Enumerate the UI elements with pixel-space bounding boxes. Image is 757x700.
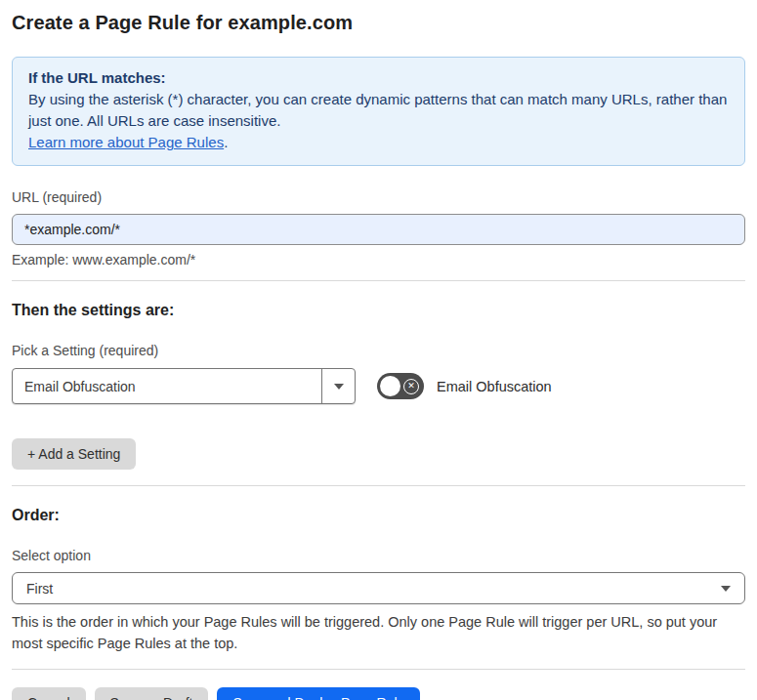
order-help-text: This is the order in which your Page Rul…	[12, 611, 739, 654]
setting-select-value: Email Obfuscation	[13, 369, 321, 403]
order-select-value: First	[26, 581, 53, 597]
divider	[12, 669, 745, 670]
settings-section-heading: Then the settings are:	[12, 302, 745, 319]
save-as-draft-button[interactable]: Save as Draft	[95, 687, 209, 700]
learn-more-link[interactable]: Learn more about Page Rules	[28, 134, 224, 150]
url-input[interactable]	[12, 214, 745, 245]
info-box-link-line: Learn more about Page Rules.	[28, 132, 729, 153]
info-box-body: By using the asterisk (*) character, you…	[28, 89, 729, 132]
email-obfuscation-toggle[interactable]: ✕	[377, 373, 424, 399]
chevron-down-icon	[721, 586, 731, 592]
setting-row: Email Obfuscation ✕ Email Obfuscation	[12, 368, 745, 404]
url-field-label: URL (required)	[12, 189, 745, 205]
link-suffix: .	[224, 134, 228, 150]
info-box-heading: If the URL matches:	[28, 67, 729, 89]
divider	[12, 485, 745, 486]
pick-setting-label: Pick a Setting (required)	[12, 343, 745, 358]
toggle-knob	[380, 376, 400, 396]
url-match-info-box: If the URL matches: By using the asteris…	[12, 57, 745, 166]
page-title: Create a Page Rule for example.com	[12, 10, 745, 35]
chevron-down-icon	[334, 384, 344, 390]
order-section-heading: Order:	[12, 507, 745, 524]
order-select[interactable]: First	[12, 572, 745, 604]
cancel-button[interactable]: Cancel	[12, 687, 86, 700]
email-obfuscation-toggle-group: ✕ Email Obfuscation	[377, 373, 552, 399]
order-select-label: Select option	[12, 548, 745, 563]
setting-select[interactable]: Email Obfuscation	[12, 368, 356, 404]
save-and-deploy-button[interactable]: Save and Deploy Page Rule	[217, 687, 420, 700]
setting-select-arrow-button[interactable]	[321, 369, 355, 403]
url-example-text: Example: www.example.com/*	[12, 252, 745, 268]
divider	[12, 280, 745, 281]
footer-actions: Cancel Save as Draft Save and Deploy Pag…	[12, 687, 745, 700]
page-rule-form: Create a Page Rule for example.com If th…	[0, 0, 757, 700]
toggle-off-x-icon: ✕	[403, 379, 419, 394]
toggle-label: Email Obfuscation	[437, 379, 552, 394]
add-setting-button[interactable]: + Add a Setting	[12, 438, 136, 470]
